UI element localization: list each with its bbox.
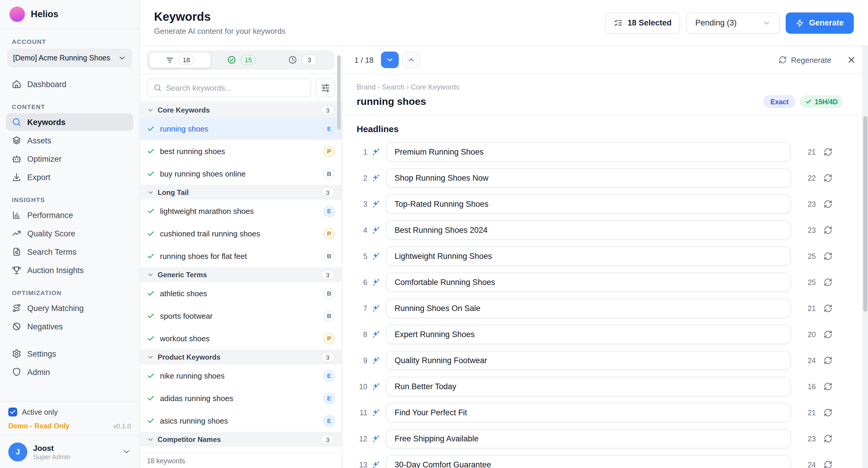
shield-icon	[12, 367, 21, 377]
keyword-row[interactable]: nike running shoesE	[140, 364, 342, 387]
generate-button[interactable]: Generate	[786, 12, 854, 33]
sidebar-item-keywords[interactable]: Keywords	[6, 113, 133, 131]
headline-input[interactable]: Quality Running Footwear	[386, 351, 791, 370]
keyword-group-header[interactable]: Long Tail3	[140, 185, 342, 200]
keyword-list-scrollbar[interactable]	[337, 55, 341, 130]
keyword-row[interactable]: nike pegasus alternativeP	[140, 447, 342, 453]
detail-scrollbar[interactable]	[863, 116, 867, 312]
filter-tab-funnel[interactable]: 18	[149, 52, 211, 68]
headline-input[interactable]: Run Better Today	[386, 377, 791, 396]
keyword-row[interactable]: asics running shoesE	[140, 409, 342, 432]
keyword-filter-settings-button[interactable]	[316, 78, 335, 97]
sliders-icon	[321, 83, 330, 92]
regenerate-headline-icon[interactable]	[824, 382, 832, 391]
regenerate-headline-icon[interactable]	[824, 304, 832, 313]
keyword-group-header[interactable]: Core Keywords3	[140, 102, 342, 117]
match-type-badge: E	[323, 415, 335, 426]
keyword-text: buy running shoes online	[160, 169, 246, 178]
regenerate-headline-icon[interactable]	[824, 278, 832, 287]
check-icon	[147, 394, 155, 402]
headline-char-count: 25	[801, 252, 816, 260]
selected-count-button[interactable]: 18 Selected	[605, 12, 680, 33]
status-filter-select[interactable]: Pending (3)	[686, 12, 780, 33]
headline-input[interactable]: Top-Rated Running Shoes	[386, 194, 791, 214]
headline-input[interactable]: Shop Running Shoes Now	[386, 168, 791, 188]
main-column: Keywords Generate AI content for your ke…	[140, 0, 868, 468]
next-keyword-button[interactable]	[381, 52, 398, 68]
account-selector[interactable]: [Demo] Acme Running Shoes	[7, 49, 132, 67]
headline-input[interactable]: Best Running Shoes 2024	[386, 220, 791, 240]
sidebar-item-admin[interactable]: Admin	[6, 363, 133, 381]
headline-number: 9	[357, 356, 367, 365]
keyword-row[interactable]: sports footwearB	[140, 305, 342, 327]
keyword-row[interactable]: workout shoesP	[140, 327, 342, 349]
sidebar-item-quality-score[interactable]: Quality Score	[6, 224, 133, 242]
headline-input[interactable]: Comfortable Running Shoes	[386, 273, 791, 292]
regenerate-headline-icon[interactable]	[824, 200, 832, 209]
regenerate-headline-icon[interactable]	[824, 226, 832, 235]
funnel-icon	[165, 55, 175, 64]
headline-number: 13	[357, 461, 367, 468]
headline-row: 12Free Shipping Available23	[357, 429, 832, 448]
keyword-group-header[interactable]: Competitor Names3	[140, 432, 342, 447]
logo-row: Helios	[0, 0, 139, 29]
keyword-row[interactable]: cushioned trail running shoesP	[140, 222, 342, 245]
headline-input[interactable]: 30-Day Comfort Guarantee	[386, 455, 791, 468]
check-icon	[147, 289, 155, 297]
keyword-group-count: 3	[320, 352, 335, 362]
sparkles-icon	[371, 174, 380, 183]
sidebar-item-assets[interactable]: Assets	[6, 131, 133, 149]
filter-tab-check-circle[interactable]: 15	[211, 52, 272, 68]
sidebar-item-performance[interactable]: Performance	[6, 206, 133, 224]
headline-row: 7Running Shoes On Sale21	[357, 299, 832, 318]
regenerate-headline-icon[interactable]	[824, 330, 832, 339]
regenerate-headline-icon[interactable]	[824, 460, 832, 468]
filter-tab-clock[interactable]: 3	[272, 52, 333, 68]
regenerate-headline-icon[interactable]	[824, 434, 832, 443]
sidebar-item-label: Keywords	[27, 118, 65, 126]
keyword-row[interactable]: lightweight marathon shoesE	[140, 200, 342, 222]
headline-input[interactable]: Lightweight Running Shoes	[386, 246, 791, 266]
sidebar-item-export[interactable]: Export	[6, 168, 133, 186]
chevron-down-icon	[385, 56, 394, 64]
previous-keyword-button[interactable]	[402, 52, 420, 68]
headline-input[interactable]: Premium Running Shoes	[386, 142, 791, 162]
keyword-row[interactable]: best running shoesP	[140, 140, 342, 162]
search-input[interactable]	[166, 83, 305, 92]
keyword-row[interactable]: adidas running shoesE	[140, 387, 342, 409]
match-type-badge: B	[323, 288, 335, 299]
sidebar-item-auction-insights[interactable]: Auction Insights	[6, 261, 133, 279]
regenerate-headline-icon[interactable]	[824, 356, 832, 365]
sidebar-item-settings[interactable]: Settings	[6, 345, 133, 363]
layers-icon	[12, 136, 21, 145]
regenerate-button[interactable]: Regenerate	[778, 55, 831, 64]
regenerate-headline-icon[interactable]	[824, 148, 832, 156]
sidebar-item-query-matching[interactable]: Query Matching	[6, 299, 133, 317]
keywords-panel: 18153 Core Keywords3running shoesEbest r…	[140, 46, 342, 468]
match-type-badge: E	[323, 123, 335, 134]
close-detail-button[interactable]	[847, 55, 856, 65]
regenerate-headline-icon[interactable]	[824, 252, 832, 261]
sidebar-item-dashboard[interactable]: Dashboard	[6, 75, 133, 93]
active-only-checkbox[interactable]	[8, 408, 17, 416]
headline-input[interactable]: Running Shoes On Sale	[386, 299, 791, 318]
keyword-group-header[interactable]: Product Keywords3	[140, 349, 342, 364]
regenerate-headline-icon[interactable]	[824, 408, 832, 417]
chevron-down-icon	[147, 271, 154, 278]
keyword-row[interactable]: athletic shoesB	[140, 282, 342, 305]
sidebar-item-negatives[interactable]: Negatives	[6, 317, 133, 335]
keyword-text: asics running shoes	[160, 416, 228, 425]
active-only-row: Active only	[8, 408, 131, 416]
headline-input[interactable]: Expert Running Shoes	[386, 325, 791, 344]
keyword-group-header[interactable]: Generic Terms3	[140, 267, 342, 282]
sidebar-item-optimizer[interactable]: Optimizer	[6, 150, 133, 168]
sidebar: Helios ACCOUNT [Demo] Acme Running Shoes…	[0, 0, 140, 468]
keyword-row[interactable]: running shoesE	[140, 117, 342, 140]
headline-input[interactable]: Find Your Perfect Fit	[386, 403, 791, 423]
keyword-row[interactable]: buy running shoes onlineB	[140, 162, 342, 185]
headline-input[interactable]: Free Shipping Available	[386, 429, 791, 448]
keyword-row[interactable]: running shoes for flat feetB	[140, 245, 342, 267]
sidebar-item-search-terms[interactable]: Search Terms	[6, 243, 133, 261]
user-menu[interactable]: J Joost Super Admin	[0, 435, 139, 468]
regenerate-headline-icon[interactable]	[824, 174, 832, 183]
